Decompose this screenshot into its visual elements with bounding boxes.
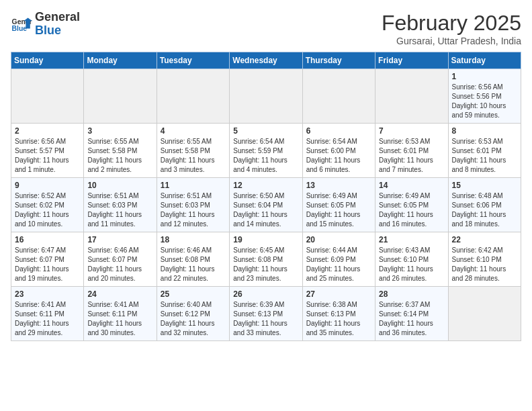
calendar-cell [157,69,229,124]
day-info: Sunrise: 6:39 AM Sunset: 6:13 PM Dayligh… [233,300,298,338]
week-row-3: 9Sunrise: 6:52 AM Sunset: 6:02 PM Daylig… [11,178,521,232]
logo-icon: General Blue [11,13,32,35]
day-number: 10 [87,181,152,190]
day-number: 4 [161,126,226,136]
day-info: Sunrise: 6:52 AM Sunset: 6:02 PM Dayligh… [15,191,80,229]
day-number: 25 [161,289,226,299]
calendar-cell: 5Sunrise: 6:54 AM Sunset: 5:59 PM Daylig… [230,124,302,178]
day-info: Sunrise: 6:56 AM Sunset: 5:56 PM Dayligh… [452,83,517,120]
day-info: Sunrise: 6:38 AM Sunset: 6:13 PM Dayligh… [306,300,371,338]
day-number: 20 [306,235,371,244]
day-number: 11 [161,181,226,190]
day-info: Sunrise: 6:51 AM Sunset: 6:03 PM Dayligh… [87,191,152,229]
calendar-cell: 9Sunrise: 6:52 AM Sunset: 6:02 PM Daylig… [11,178,84,232]
location-subtitle: Gursarai, Uttar Pradesh, India [382,36,521,46]
day-number: 2 [15,126,80,136]
day-info: Sunrise: 6:49 AM Sunset: 6:05 PM Dayligh… [379,191,444,229]
day-info: Sunrise: 6:55 AM Sunset: 5:58 PM Dayligh… [161,137,226,175]
calendar-cell: 22Sunrise: 6:42 AM Sunset: 6:10 PM Dayli… [448,232,521,287]
day-number: 26 [233,289,298,299]
day-number: 19 [233,235,298,244]
calendar-cell [448,287,521,341]
day-number: 16 [15,235,80,244]
day-number: 17 [87,235,152,244]
header-row: SundayMondayTuesdayWednesdayThursdayFrid… [11,52,521,69]
day-info: Sunrise: 6:51 AM Sunset: 6:03 PM Dayligh… [161,191,226,229]
calendar-cell: 20Sunrise: 6:44 AM Sunset: 6:09 PM Dayli… [302,232,375,287]
day-number: 3 [87,126,152,136]
day-info: Sunrise: 6:43 AM Sunset: 6:10 PM Dayligh… [379,246,444,283]
calendar-cell: 21Sunrise: 6:43 AM Sunset: 6:10 PM Dayli… [375,232,448,287]
calendar-cell: 24Sunrise: 6:41 AM Sunset: 6:11 PM Dayli… [84,287,157,341]
day-number: 9 [15,181,80,190]
month-title: February 2025 [382,11,521,36]
week-row-4: 16Sunrise: 6:47 AM Sunset: 6:07 PM Dayli… [11,232,521,287]
calendar-cell: 15Sunrise: 6:48 AM Sunset: 6:06 PM Dayli… [448,178,521,232]
calendar-cell: 13Sunrise: 6:49 AM Sunset: 6:05 PM Dayli… [302,178,375,232]
calendar-cell: 28Sunrise: 6:37 AM Sunset: 6:14 PM Dayli… [375,287,448,341]
calendar-cell: 10Sunrise: 6:51 AM Sunset: 6:03 PM Dayli… [84,178,157,232]
day-header-sunday: Sunday [11,52,84,69]
day-info: Sunrise: 6:40 AM Sunset: 6:12 PM Dayligh… [161,300,226,338]
day-info: Sunrise: 6:56 AM Sunset: 5:57 PM Dayligh… [15,137,80,175]
day-number: 6 [306,126,371,136]
day-number: 13 [306,181,371,190]
day-info: Sunrise: 6:46 AM Sunset: 6:08 PM Dayligh… [161,246,226,283]
day-number: 14 [379,181,444,190]
calendar-table: SundayMondayTuesdayWednesdayThursdayFrid… [11,52,521,341]
day-number: 1 [452,72,517,81]
day-number: 24 [87,289,152,299]
day-number: 8 [452,126,517,136]
day-info: Sunrise: 6:48 AM Sunset: 6:06 PM Dayligh… [452,191,517,229]
calendar-cell [230,69,302,124]
calendar-cell: 27Sunrise: 6:38 AM Sunset: 6:13 PM Dayli… [302,287,375,341]
day-number: 12 [233,181,298,190]
day-header-saturday: Saturday [448,52,521,69]
calendar-cell: 3Sunrise: 6:55 AM Sunset: 5:58 PM Daylig… [84,124,157,178]
day-number: 27 [306,289,371,299]
day-number: 7 [379,126,444,136]
day-info: Sunrise: 6:45 AM Sunset: 6:08 PM Dayligh… [233,246,298,283]
calendar-cell: 14Sunrise: 6:49 AM Sunset: 6:05 PM Dayli… [375,178,448,232]
day-info: Sunrise: 6:53 AM Sunset: 6:01 PM Dayligh… [379,137,444,175]
calendar-cell: 11Sunrise: 6:51 AM Sunset: 6:03 PM Dayli… [157,178,229,232]
day-info: Sunrise: 6:41 AM Sunset: 6:11 PM Dayligh… [15,300,80,338]
day-number: 21 [379,235,444,244]
day-header-monday: Monday [84,52,157,69]
calendar-cell [302,69,375,124]
day-number: 23 [15,289,80,299]
calendar-cell: 2Sunrise: 6:56 AM Sunset: 5:57 PM Daylig… [11,124,84,178]
day-number: 28 [379,289,444,299]
day-info: Sunrise: 6:50 AM Sunset: 6:04 PM Dayligh… [233,191,298,229]
day-info: Sunrise: 6:49 AM Sunset: 6:05 PM Dayligh… [306,191,371,229]
day-info: Sunrise: 6:37 AM Sunset: 6:14 PM Dayligh… [379,300,444,338]
day-header-wednesday: Wednesday [230,52,302,69]
calendar-cell: 8Sunrise: 6:53 AM Sunset: 6:01 PM Daylig… [448,124,521,178]
day-number: 5 [233,126,298,136]
day-info: Sunrise: 6:54 AM Sunset: 5:59 PM Dayligh… [233,137,298,175]
day-header-tuesday: Tuesday [157,52,229,69]
day-number: 18 [161,235,226,244]
calendar-cell: 16Sunrise: 6:47 AM Sunset: 6:07 PM Dayli… [11,232,84,287]
calendar-cell: 4Sunrise: 6:55 AM Sunset: 5:58 PM Daylig… [157,124,229,178]
logo: General Blue General Blue [11,11,80,38]
calendar-cell: 6Sunrise: 6:54 AM Sunset: 6:00 PM Daylig… [302,124,375,178]
calendar-cell: 25Sunrise: 6:40 AM Sunset: 6:12 PM Dayli… [157,287,229,341]
calendar-cell: 19Sunrise: 6:45 AM Sunset: 6:08 PM Dayli… [230,232,302,287]
calendar-cell: 1Sunrise: 6:56 AM Sunset: 5:56 PM Daylig… [448,69,521,124]
day-info: Sunrise: 6:42 AM Sunset: 6:10 PM Dayligh… [452,246,517,283]
day-info: Sunrise: 6:55 AM Sunset: 5:58 PM Dayligh… [87,137,152,175]
calendar-cell: 23Sunrise: 6:41 AM Sunset: 6:11 PM Dayli… [11,287,84,341]
calendar-cell: 12Sunrise: 6:50 AM Sunset: 6:04 PM Dayli… [230,178,302,232]
day-number: 15 [452,181,517,190]
header: General Blue General Blue February 2025 … [11,11,521,46]
day-info: Sunrise: 6:54 AM Sunset: 6:00 PM Dayligh… [306,137,371,175]
week-row-5: 23Sunrise: 6:41 AM Sunset: 6:11 PM Dayli… [11,287,521,341]
day-header-thursday: Thursday [302,52,375,69]
calendar-cell: 7Sunrise: 6:53 AM Sunset: 6:01 PM Daylig… [375,124,448,178]
calendar-cell [11,69,84,124]
calendar-cell [375,69,448,124]
svg-text:Blue: Blue [12,25,28,32]
day-info: Sunrise: 6:46 AM Sunset: 6:07 PM Dayligh… [87,246,152,283]
day-header-friday: Friday [375,52,448,69]
